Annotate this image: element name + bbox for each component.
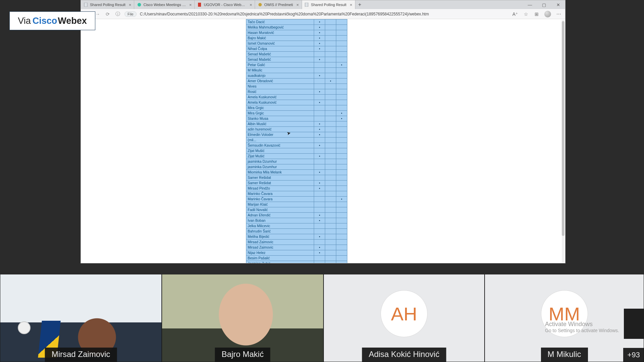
table-row: adin huremović• bbox=[246, 127, 347, 132]
cell-col1 bbox=[314, 84, 325, 89]
cell-name: Stanko Musa bbox=[246, 116, 314, 121]
profile-avatar[interactable] bbox=[544, 11, 551, 17]
collections-icon[interactable]: ⊞ bbox=[534, 11, 540, 17]
tab-close-icon[interactable]: × bbox=[296, 2, 299, 7]
table-row: Mirsad Zaimovic• bbox=[246, 245, 347, 250]
tab-close-icon[interactable]: × bbox=[250, 2, 252, 7]
browser-tab[interactable]: Cisco Webex Meetings - Meetin× bbox=[134, 0, 195, 9]
browser-tab[interactable]: Shared Polling Result× bbox=[81, 0, 134, 9]
cell-name: Nihad Čolpa bbox=[246, 46, 314, 52]
cell-name: Samer Rešidat bbox=[246, 180, 314, 186]
cell-col2 bbox=[325, 84, 336, 89]
tab-close-icon[interactable]: × bbox=[350, 2, 352, 7]
participant-tile[interactable]: Mirsad Zaimovic bbox=[0, 274, 162, 362]
url-text[interactable]: C:/Users/ninav/Documents/20210330-20.%20… bbox=[140, 12, 509, 16]
avatar: AH bbox=[381, 290, 428, 337]
cell-col2 bbox=[325, 127, 336, 132]
tab-close-icon[interactable]: × bbox=[189, 2, 192, 7]
cell-col2 bbox=[325, 197, 336, 202]
cell-col1 bbox=[314, 105, 325, 111]
participant-nameplate: Bajro Makić bbox=[215, 348, 270, 362]
close-window-button[interactable]: ✕ bbox=[551, 0, 565, 9]
scrollbar-thumb[interactable] bbox=[562, 21, 564, 236]
expand-videostrip-handle[interactable] bbox=[624, 309, 644, 339]
browser-tab[interactable]: UGOVOR - Cisco Webex - Opći× bbox=[195, 0, 255, 9]
participant-tile[interactable]: Bajro Makić bbox=[162, 274, 324, 362]
participant-tile[interactable]: AHAdisa Kokić Hinović bbox=[324, 274, 485, 362]
cell-col2 bbox=[325, 213, 336, 218]
cell-col1 bbox=[314, 229, 325, 234]
more-menu-icon[interactable]: ⋯ bbox=[556, 11, 562, 17]
tab-close-icon[interactable]: × bbox=[129, 2, 132, 7]
cell-col3 bbox=[336, 148, 347, 154]
cell-col3 bbox=[336, 143, 347, 148]
cell-col1: • bbox=[314, 100, 325, 105]
page-scrollbar[interactable] bbox=[562, 20, 564, 262]
table-row: Stanko Musa• bbox=[246, 116, 347, 121]
cell-name: Marinko Čavara bbox=[246, 197, 314, 202]
table-row: suadkaknjo• bbox=[246, 73, 347, 79]
cell-col2 bbox=[325, 148, 336, 154]
table-row: Nives bbox=[246, 84, 347, 89]
read-aloud-icon[interactable]: A⁺ bbox=[512, 11, 518, 17]
cell-name: Rosić bbox=[246, 89, 314, 95]
cell-name: Marinko Čavara bbox=[246, 191, 314, 197]
cell-col3 bbox=[336, 191, 347, 197]
page-content: Tačo Dacić•Melika Mahmutbegović•Hasan Mu… bbox=[81, 19, 565, 263]
new-tab-button[interactable]: + bbox=[355, 0, 364, 9]
cell-col2 bbox=[325, 250, 336, 256]
cell-col3 bbox=[336, 25, 347, 30]
minimize-button[interactable]: — bbox=[523, 0, 537, 9]
browser-tab[interactable]: OWIS // Predmeti× bbox=[255, 0, 302, 9]
shared-browser-window: Shared Polling Result×Cisco Webex Meetin… bbox=[81, 0, 565, 263]
svg-rect-0 bbox=[84, 3, 87, 7]
cell-col3 bbox=[336, 207, 347, 213]
table-row: Senad Mašetić bbox=[246, 52, 347, 57]
table-row: Zijat Mušić bbox=[246, 148, 347, 154]
cell-name: Fadil Novalić bbox=[246, 207, 314, 213]
cell-col1: • bbox=[314, 218, 325, 223]
forward-button[interactable]: → bbox=[94, 11, 101, 17]
cell-name: M Mikulic bbox=[246, 68, 314, 73]
maximize-button[interactable]: ▢ bbox=[537, 0, 551, 9]
participant-tile[interactable]: MMM Mikulic bbox=[485, 274, 644, 362]
tab-favicon-icon bbox=[197, 3, 202, 7]
file-protocol-chip: File bbox=[125, 11, 137, 17]
cell-col3 bbox=[336, 105, 347, 111]
reload-button[interactable]: ⟳ bbox=[104, 11, 111, 17]
poll-table: Tačo Dacić•Melika Mahmutbegović•Hasan Mu… bbox=[246, 19, 347, 263]
cell-col2 bbox=[325, 52, 336, 57]
table-row: Tačo Dacić• bbox=[246, 19, 347, 25]
table-row: Amela Kuskunović bbox=[246, 95, 347, 100]
table-row: Marijan Klaić bbox=[246, 202, 347, 207]
browser-tab[interactable]: Shared Polling Result× bbox=[302, 0, 355, 9]
cell-col1: • bbox=[314, 41, 325, 46]
cell-col3 bbox=[336, 250, 347, 256]
table-row: Meliha Bijedić• bbox=[246, 234, 347, 240]
cell-col1: • bbox=[314, 186, 325, 191]
cell-col3 bbox=[336, 100, 347, 105]
cell-col2 bbox=[325, 191, 336, 197]
table-row: Zijat Mušić• bbox=[246, 154, 347, 159]
table-row: Mirsad Zaimovic bbox=[246, 240, 347, 245]
cell-col2 bbox=[325, 68, 336, 73]
cell-col2 bbox=[325, 73, 336, 79]
cell-col2 bbox=[325, 57, 336, 62]
cell-col1: • bbox=[314, 132, 325, 138]
tab-favicon-icon bbox=[84, 3, 88, 7]
cell-name: Nives bbox=[246, 84, 314, 89]
cell-col3: • bbox=[336, 111, 347, 116]
cell-col2 bbox=[325, 116, 336, 121]
table-row: Fadil Novalić bbox=[246, 207, 347, 213]
cell-col2 bbox=[325, 207, 336, 213]
favorites-icon[interactable]: ☆ bbox=[523, 11, 529, 17]
table-row: jasminka Dzumhur bbox=[246, 164, 347, 170]
table-row: M Mikulic bbox=[246, 68, 347, 73]
cell-col3 bbox=[336, 68, 347, 73]
cell-name: Marijan Klaić bbox=[246, 202, 314, 207]
tab-label: OWIS // Predmeti bbox=[264, 3, 293, 7]
cell-name: Mirsad Pindžo bbox=[246, 186, 314, 191]
cell-col3 bbox=[336, 240, 347, 245]
cell-name: jasminka Dzumhur bbox=[246, 164, 314, 170]
more-participants-count[interactable]: +93 bbox=[623, 348, 644, 362]
